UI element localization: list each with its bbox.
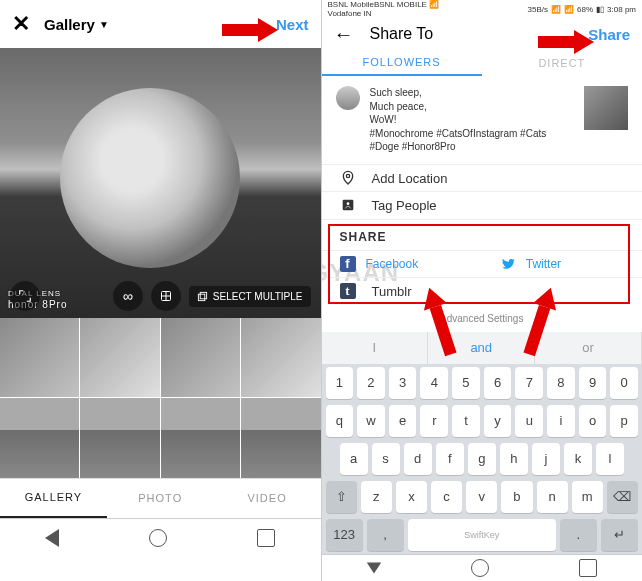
tab-photo[interactable]: PHOTO [107,479,214,518]
share-button[interactable]: Share [588,26,630,43]
key[interactable]: 8 [547,367,575,399]
key[interactable]: y [484,405,512,437]
key[interactable]: l [596,443,624,475]
gallery-title: Gallery [44,16,95,33]
post-preview: Such sleep, Much peace, WoW! #Monochrome… [322,76,643,164]
key[interactable]: s [372,443,400,475]
tab-gallery[interactable]: GALLERY [0,479,107,518]
tumblr-icon: t [340,283,356,299]
gallery-thumb[interactable] [80,318,159,397]
expand-icon[interactable] [10,281,40,311]
back-icon[interactable]: ← [334,23,354,46]
key[interactable]: q [326,405,354,437]
key[interactable]: n [537,481,568,513]
suggestion[interactable]: I [322,332,429,364]
tag-people-row[interactable]: Tag People [322,191,643,218]
boomerang-icon[interactable]: ∞ [113,281,143,311]
key[interactable]: . [560,519,597,551]
tab-video[interactable]: VIDEO [214,479,321,518]
key[interactable]: e [389,405,417,437]
keyboard: I and or 1234567890 qwertyuiop asdfghjkl… [322,332,643,554]
key[interactable]: w [357,405,385,437]
tab-direct[interactable]: DIRECT [482,51,642,77]
avatar[interactable] [336,86,360,110]
tab-followers[interactable]: FOLLOWERS [322,51,482,77]
space-key[interactable]: SwiftKey [408,519,556,551]
preview-image[interactable]: DUAL LENS honor 8Pro ∞ SELECT M [0,48,321,318]
key[interactable]: p [610,405,638,437]
nav-home-icon[interactable] [471,559,489,577]
key[interactable]: r [420,405,448,437]
key[interactable]: 1 [326,367,354,399]
shift-key[interactable]: ⇧ [326,481,357,513]
share-networks-row: f Facebook Twitter [322,250,643,277]
nav-home-icon[interactable] [149,529,167,547]
suggestion[interactable]: or [535,332,642,364]
advanced-settings[interactable]: Advanced Settings [322,305,643,332]
key[interactable]: 5 [452,367,480,399]
key[interactable]: a [340,443,368,475]
key[interactable]: 0 [610,367,638,399]
select-multiple-button[interactable]: SELECT MULTIPLE [189,286,311,307]
close-icon[interactable]: ✕ [12,11,30,37]
key[interactable]: 4 [420,367,448,399]
post-thumbnail[interactable] [584,86,628,130]
key[interactable]: 6 [484,367,512,399]
tutorial-image: MOBIGYAAN ✕ Gallery ▼ Next DUAL LENS hon… [0,0,642,581]
nav-back-icon[interactable] [366,562,380,573]
numeric-key[interactable]: 123 [326,519,363,551]
next-button[interactable]: Next [276,16,309,33]
key[interactable]: i [547,405,575,437]
key[interactable]: g [468,443,496,475]
key[interactable]: b [501,481,532,513]
key[interactable]: k [564,443,592,475]
phone-right: BSNL MobileBSNL MOBILE 📶 Vodafone IN 35B… [322,0,643,581]
key[interactable]: c [431,481,462,513]
tumblr-share[interactable]: t Tumblr [322,277,643,304]
android-navbar [0,518,321,558]
caption-input[interactable]: Such sleep, Much peace, WoW! #Monochrome… [370,86,575,154]
key[interactable]: , [367,519,404,551]
nav-recent-icon[interactable] [257,529,275,547]
svg-rect-1 [200,292,206,298]
key[interactable]: 2 [357,367,385,399]
gallery-thumb[interactable] [0,318,79,397]
gallery-thumb[interactable] [0,398,79,477]
gallery-thumb[interactable] [241,318,320,397]
chevron-down-icon: ▼ [99,19,109,30]
audience-tabs: FOLLOWERS DIRECT [322,51,643,77]
enter-key[interactable]: ↵ [601,519,638,551]
key[interactable]: u [515,405,543,437]
key[interactable]: t [452,405,480,437]
key[interactable]: 3 [389,367,417,399]
key[interactable]: h [500,443,528,475]
gallery-picker[interactable]: Gallery ▼ [44,16,276,33]
key[interactable]: v [466,481,497,513]
suggestion[interactable]: and [428,332,535,364]
right-topbar: ← Share To Share [322,18,643,51]
add-location-row[interactable]: Add Location [322,164,643,191]
nav-back-icon[interactable] [45,529,59,547]
page-title: Share To [370,25,589,43]
collage-icon[interactable] [151,281,181,311]
gallery-thumb[interactable] [241,398,320,477]
key[interactable]: x [396,481,427,513]
key[interactable]: f [436,443,464,475]
key[interactable]: 7 [515,367,543,399]
gallery-thumb[interactable] [161,318,240,397]
key[interactable]: o [579,405,607,437]
tag-people-icon [340,197,356,213]
gallery-thumb[interactable] [161,398,240,477]
twitter-share[interactable]: Twitter [482,256,642,272]
gallery-thumb[interactable] [80,398,159,477]
nav-recent-icon[interactable] [579,559,597,577]
left-topbar: ✕ Gallery ▼ Next [0,0,321,48]
key[interactable]: m [572,481,603,513]
backspace-key[interactable]: ⌫ [607,481,638,513]
key[interactable]: d [404,443,432,475]
key[interactable]: z [361,481,392,513]
facebook-icon: f [340,256,356,272]
facebook-share[interactable]: f Facebook [322,256,482,272]
key[interactable]: 9 [579,367,607,399]
key[interactable]: j [532,443,560,475]
